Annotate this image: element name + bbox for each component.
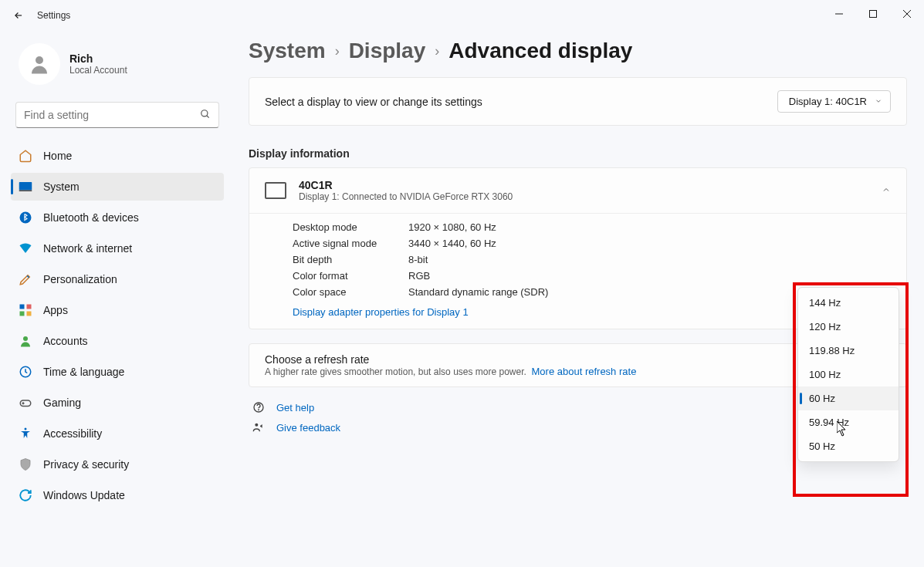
sidebar-item-label: Network & internet (43, 242, 132, 255)
sidebar-item-update[interactable]: Windows Update (11, 481, 224, 509)
collapse-icon[interactable] (882, 184, 891, 197)
color-space-label: Color space (293, 286, 408, 298)
gaming-icon (19, 396, 32, 410)
display-selector-dropdown[interactable]: Display 1: 40C1R (777, 90, 891, 113)
breadcrumb-system[interactable]: System (249, 39, 326, 63)
help-icon (252, 401, 266, 413)
svg-rect-16 (20, 400, 31, 407)
search-input[interactable] (24, 109, 200, 121)
svg-point-5 (201, 110, 208, 116)
refresh-rate-option[interactable]: 50 Hz (798, 434, 899, 458)
system-icon (19, 181, 32, 192)
active-signal-label: Active signal mode (293, 238, 408, 249)
refresh-rate-dropdown-menu[interactable]: 144 Hz120 Hz119.88 Hz100 Hz60 Hz59.94 Hz… (797, 287, 899, 462)
sidebar-item-network[interactable]: Network & internet (11, 235, 224, 262)
display-information-heading: Display information (249, 147, 907, 160)
sidebar-item-accounts[interactable]: Accounts (11, 327, 224, 355)
desktop-mode-value: 1920 × 1080, 60 Hz (408, 221, 891, 233)
refresh-rate-option[interactable]: 144 Hz (798, 291, 899, 315)
svg-rect-8 (19, 191, 32, 192)
sidebar-item-personalization[interactable]: Personalization (11, 265, 224, 293)
search-icon (200, 109, 211, 122)
close-button[interactable] (890, 0, 924, 28)
accessibility-icon (19, 427, 32, 440)
sidebar-item-gaming[interactable]: Gaming (11, 389, 224, 417)
profile-name: Rich (69, 52, 127, 65)
chevron-down-icon (875, 96, 882, 107)
svg-rect-10 (20, 305, 25, 309)
display-subtitle: Display 1: Connected to NVIDIA GeForce R… (299, 191, 513, 202)
profile-account-type: Local Account (69, 65, 127, 76)
titlebar: Settings (0, 0, 924, 31)
personalization-icon (19, 272, 32, 286)
sidebar-item-privacy[interactable]: Privacy & security (11, 451, 224, 478)
time-icon (19, 365, 32, 379)
bluetooth-icon (19, 211, 32, 224)
refresh-rate-option[interactable]: 100 Hz (798, 363, 899, 386)
display-info-header[interactable]: 40C1R Display 1: Connected to NVIDIA GeF… (249, 168, 906, 214)
network-icon (19, 241, 32, 255)
refresh-rate-option[interactable]: 120 Hz (798, 315, 899, 339)
display-name: 40C1R (299, 179, 513, 191)
sidebar-item-system[interactable]: System (11, 173, 224, 201)
chevron-right-icon: › (335, 43, 340, 59)
window-title: Settings (37, 10, 70, 21)
color-format-value: RGB (408, 270, 891, 282)
refresh-rate-subtitle: A higher rate gives smoother motion, but… (265, 366, 526, 377)
svg-point-20 (255, 424, 258, 427)
get-help-link[interactable]: Get help (276, 402, 314, 413)
active-signal-value: 3440 × 1440, 60 Hz (408, 238, 891, 249)
svg-point-14 (23, 336, 28, 341)
privacy-icon (19, 457, 32, 471)
sidebar-item-label: Time & language (43, 366, 124, 378)
svg-rect-1 (870, 11, 877, 18)
sidebar-item-accessibility[interactable]: Accessibility (11, 420, 224, 447)
chevron-right-icon: › (435, 43, 439, 59)
breadcrumb-display[interactable]: Display (349, 39, 426, 63)
bit-depth-value: 8-bit (408, 254, 891, 265)
sidebar-item-label: Home (43, 150, 72, 162)
home-icon (19, 149, 32, 163)
back-button[interactable] (6, 3, 31, 28)
svg-rect-12 (20, 312, 25, 316)
give-feedback-link[interactable]: Give feedback (276, 422, 340, 434)
svg-point-17 (25, 428, 27, 430)
color-format-label: Color format (293, 270, 408, 282)
bit-depth-label: Bit depth (293, 254, 408, 265)
svg-rect-11 (27, 305, 32, 309)
svg-line-6 (207, 115, 209, 117)
feedback-icon (252, 421, 266, 434)
sidebar-item-label: Bluetooth & devices (43, 211, 139, 224)
display-selector-value: Display 1: 40C1R (789, 96, 867, 107)
display-adapter-properties-link[interactable]: Display adapter properties for Display 1 (293, 306, 469, 318)
main-content: System › Display › Advanced display Sele… (232, 31, 924, 567)
more-about-refresh-rate-link[interactable]: More about refresh rate (532, 366, 637, 377)
svg-rect-13 (27, 312, 32, 316)
sidebar-item-label: System (43, 181, 80, 193)
maximize-button[interactable] (856, 0, 890, 28)
desktop-mode-label: Desktop mode (293, 221, 408, 233)
sidebar-item-time[interactable]: Time & language (11, 358, 224, 386)
sidebar-item-label: Windows Update (43, 489, 125, 501)
svg-point-19 (259, 410, 259, 410)
sidebar-item-apps[interactable]: Apps (11, 296, 224, 324)
update-icon (19, 488, 32, 502)
svg-point-4 (36, 56, 43, 64)
select-display-prompt: Select a display to view or change its s… (265, 96, 482, 108)
apps-icon (19, 303, 32, 317)
sidebar-item-bluetooth[interactable]: Bluetooth & devices (11, 204, 224, 231)
refresh-rate-option[interactable]: 59.94 Hz (798, 410, 899, 434)
breadcrumb-advanced-display: Advanced display (448, 39, 632, 63)
refresh-rate-option[interactable]: 60 Hz (798, 386, 899, 410)
sidebar-item-label: Accounts (43, 335, 88, 347)
sidebar-item-label: Accessibility (43, 427, 102, 440)
sidebar-item-label: Apps (43, 304, 68, 316)
refresh-rate-option[interactable]: 119.88 Hz (798, 339, 899, 363)
sidebar-item-label: Personalization (43, 273, 117, 285)
search-box[interactable] (15, 102, 219, 128)
profile[interactable]: Rich Local Account (11, 31, 224, 102)
sidebar-item-label: Gaming (43, 397, 81, 409)
minimize-button[interactable] (822, 0, 856, 28)
sidebar: Rich Local Account HomeSystemBluetooth &… (0, 31, 232, 567)
sidebar-item-home[interactable]: Home (11, 142, 224, 170)
